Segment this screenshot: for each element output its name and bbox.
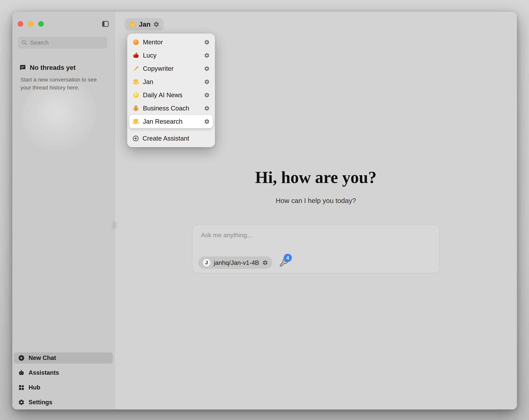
empty-state-description: Start a new conversation to see your thr…: [20, 76, 104, 92]
sidebar-toggle-button[interactable]: [101, 20, 109, 28]
menu-separator: [131, 130, 211, 130]
tools-count-badge: 4: [284, 254, 292, 262]
sidebar-resize-handle[interactable]: [112, 221, 117, 229]
apple-icon: [132, 52, 139, 59]
menu-item-label: Jan Research: [143, 118, 200, 125]
menu-item-daily-ai-news[interactable]: Daily AI News: [129, 88, 213, 102]
gear-icon[interactable]: [204, 92, 210, 98]
search-field: [18, 37, 107, 49]
menu-item-jan[interactable]: Jan: [129, 75, 213, 88]
sidebar-toggle-icon: [101, 20, 109, 28]
sidebar-item-new-chat[interactable]: New Chat: [14, 352, 113, 364]
desktop-background: No threads yet Start a new conversation …: [0, 0, 529, 420]
money-bag-icon: $: [132, 105, 139, 112]
create-assistant-label: Create Assistant: [143, 135, 189, 142]
wave-hand-icon: [132, 78, 139, 85]
sidebar-item-settings[interactable]: Settings: [14, 397, 113, 408]
main-area: Jan Mentor: [115, 12, 517, 409]
plus-circle-outline-icon: [132, 135, 139, 142]
yellow-circle-icon: [132, 92, 139, 99]
greeting-title: Hi, how are you?: [115, 168, 517, 187]
empty-state-header: No threads yet: [19, 64, 76, 71]
assistant-name: Jan: [139, 20, 150, 28]
menu-item-label: Jan: [143, 78, 200, 86]
menu-item-label: Daily AI News: [143, 91, 200, 99]
sidebar-item-assistants[interactable]: Assistants: [14, 367, 113, 378]
plus-circle-icon: [18, 355, 25, 361]
minimize-button[interactable]: [28, 21, 33, 27]
gear-icon[interactable]: [262, 260, 268, 266]
menu-item-business-coach[interactable]: $ Business Coach: [129, 102, 213, 115]
menu-item-label: Lucy: [143, 52, 200, 59]
close-button[interactable]: [18, 21, 23, 27]
model-name: janhq/Jan-v1-4B: [214, 259, 259, 266]
message-input[interactable]: [192, 225, 439, 244]
drag-dots-icon: [113, 223, 115, 227]
menu-item-mentor[interactable]: Mentor: [129, 36, 213, 49]
gear-icon[interactable]: [153, 21, 159, 27]
gear-icon[interactable]: [204, 119, 210, 124]
window-controls: [18, 21, 44, 27]
create-assistant-item[interactable]: Create Assistant: [129, 132, 213, 145]
composer-toolbar: J janhq/Jan-v1-4B 4: [198, 257, 288, 269]
model-selector-button[interactable]: J janhq/Jan-v1-4B: [198, 257, 272, 269]
model-avatar: J: [203, 259, 211, 267]
assistant-menu: Mentor Lucy: [127, 33, 215, 147]
search-icon: [21, 40, 27, 46]
menu-item-label: Mentor: [143, 39, 200, 46]
greeting-subtitle: How can I help you today?: [115, 197, 517, 204]
orange-circle-icon: [132, 39, 139, 46]
gear-icon: [18, 399, 25, 406]
sidebar-item-label: Settings: [28, 399, 52, 406]
search-input[interactable]: [30, 39, 105, 46]
sidebar: No threads yet Start a new conversation …: [12, 12, 115, 409]
gear-icon[interactable]: [204, 53, 210, 58]
sidebar-item-hub[interactable]: Hub: [14, 382, 113, 393]
menu-item-jan-research[interactable]: Jan Research: [129, 115, 213, 128]
assistant-selector-button[interactable]: Jan: [125, 18, 163, 30]
sidebar-nav: New Chat Assistants: [14, 352, 113, 408]
sidebar-item-label: New Chat: [28, 354, 56, 362]
app-window: No threads yet Start a new conversation …: [12, 12, 517, 409]
chat-bubble-icon: [19, 64, 26, 71]
sidebar-item-label: Hub: [28, 384, 40, 391]
empty-state-title: No threads yet: [30, 64, 76, 71]
zoom-button[interactable]: [38, 21, 44, 27]
wave-hand-icon: [129, 21, 136, 28]
menu-item-copywriter[interactable]: Copywriter: [129, 62, 213, 75]
gear-icon[interactable]: [204, 39, 210, 45]
wave-hand-icon: [132, 118, 139, 125]
menu-item-label: Copywriter: [143, 65, 200, 72]
menu-item-label: Business Coach: [143, 105, 200, 112]
robot-icon: [18, 369, 25, 376]
sidebar-item-label: Assistants: [28, 369, 59, 376]
svg-text:$: $: [135, 108, 136, 110]
tools-button[interactable]: 4: [279, 258, 288, 267]
gear-icon[interactable]: [204, 105, 210, 111]
menu-item-lucy[interactable]: Lucy: [129, 49, 213, 62]
composer: J janhq/Jan-v1-4B 4: [192, 225, 440, 273]
grid-icon: [18, 384, 25, 391]
pencil-icon: [132, 65, 139, 72]
gear-icon[interactable]: [204, 79, 210, 85]
gear-icon[interactable]: [204, 66, 210, 72]
